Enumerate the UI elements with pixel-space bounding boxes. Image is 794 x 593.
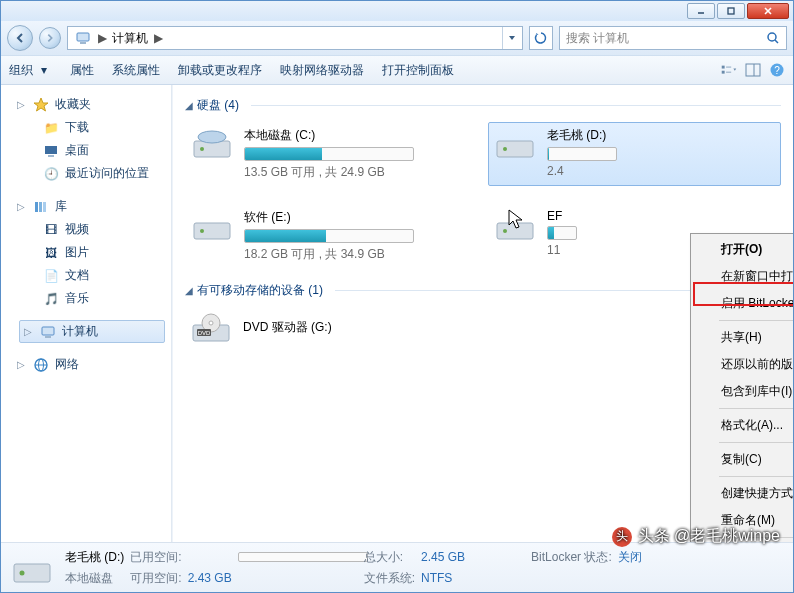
svg-rect-8 <box>722 66 725 69</box>
breadcrumb-sep: ▶ <box>96 31 108 45</box>
maximize-button[interactable] <box>717 3 745 19</box>
ctx-include-library[interactable]: 包含到库中(I)▶ <box>693 378 793 405</box>
watermark-icon: 头 <box>612 527 632 547</box>
toolbar-map-drive[interactable]: 映射网络驱动器 <box>280 62 364 79</box>
svg-rect-4 <box>77 33 89 41</box>
drive-icon <box>190 209 234 245</box>
status-used-label: 已用空间: <box>130 549 181 566</box>
breadcrumb-sep2[interactable]: ▶ <box>152 31 164 45</box>
svg-point-32 <box>200 229 204 233</box>
svg-rect-40 <box>14 564 50 582</box>
ctx-share[interactable]: 共享(H)▶ <box>693 324 793 351</box>
status-subtitle: 本地磁盘 <box>65 570 124 587</box>
breadcrumb-computer[interactable]: 计算机 <box>108 30 152 47</box>
svg-point-27 <box>200 147 204 151</box>
drive-sub: 13.5 GB 可用 , 共 24.9 GB <box>244 164 473 181</box>
star-icon <box>33 97 49 113</box>
ctx-format[interactable]: 格式化(A)... <box>693 412 793 439</box>
sidebar-desktop[interactable]: 桌面 <box>13 139 171 162</box>
library-icon <box>33 199 49 215</box>
computer-icon <box>40 324 56 340</box>
address-bar[interactable]: ▶ 计算机 ▶ <box>67 26 523 50</box>
status-avail-label: 可用空间: <box>130 570 181 587</box>
cursor-icon <box>508 209 526 231</box>
nav-forward-button[interactable] <box>39 27 61 49</box>
sidebar-music[interactable]: 🎵音乐 <box>13 287 171 310</box>
chevron-icon: ▷ <box>17 99 27 110</box>
sidebar-network[interactable]: ▷ 网络 <box>13 353 171 376</box>
ctx-create-shortcut[interactable]: 创建快捷方式(S) <box>693 480 793 507</box>
sidebar-videos[interactable]: 🎞视频 <box>13 218 171 241</box>
ctx-copy[interactable]: 复制(C) <box>693 446 793 473</box>
ctx-separator <box>719 408 793 409</box>
svg-rect-5 <box>80 42 86 44</box>
ctx-open[interactable]: 打开(O) <box>693 236 793 263</box>
sidebar-libraries[interactable]: ▷ 库 <box>13 195 171 218</box>
explorer-window: ▶ 计算机 ▶ 搜索 计算机 组织▾ 属性 系统属性 卸载或更改程序 映射网络驱… <box>0 0 794 593</box>
svg-point-34 <box>503 229 507 233</box>
drive-c[interactable]: 本地磁盘 (C:) 13.5 GB 可用 , 共 24.9 GB <box>185 122 478 186</box>
ctx-enable-bitlocker[interactable]: 启用 BitLocker(B)... <box>693 290 793 317</box>
drive-d[interactable]: 老毛桃 (D:) 2.4 <box>488 122 781 186</box>
close-button[interactable] <box>747 3 789 19</box>
sidebar-favorites[interactable]: ▷ 收藏夹 <box>13 93 171 116</box>
svg-text:?: ? <box>774 65 780 76</box>
svg-rect-22 <box>45 336 51 338</box>
chevron-icon: ▷ <box>24 326 34 337</box>
status-bitlocker-value: 关闭 <box>618 549 642 566</box>
sidebar-computer[interactable]: ▷ 计算机 <box>19 320 165 343</box>
sidebar-downloads[interactable]: 📁下载 <box>13 116 171 139</box>
toolbar-properties[interactable]: 属性 <box>70 62 94 79</box>
usage-bar <box>244 229 414 243</box>
refresh-button[interactable] <box>529 26 553 50</box>
ctx-open-new-window[interactable]: 在新窗口中打开(E) <box>693 263 793 290</box>
folder-icon: 📁 <box>43 120 59 136</box>
content-area: ◢ 硬盘 (4) 本地磁盘 (C:) 13.5 GB 可用 , 共 24.9 G… <box>172 85 793 542</box>
preview-pane-icon[interactable] <box>745 62 761 78</box>
svg-rect-31 <box>194 223 230 239</box>
svg-rect-18 <box>35 202 38 212</box>
svg-point-6 <box>768 33 776 41</box>
help-icon[interactable]: ? <box>769 62 785 78</box>
ctx-restore-versions[interactable]: 还原以前的版本(V) <box>693 351 793 378</box>
body: ▷ 收藏夹 📁下载 桌面 🕘最近访问的位置 ▷ 库 🎞视频 🖼图片 📄文档 🎵音… <box>1 85 793 542</box>
drive-icon <box>493 127 537 163</box>
drive-e[interactable]: 软件 (E:) 18.2 GB 可用 , 共 34.9 GB <box>185 204 478 268</box>
sidebar-recent[interactable]: 🕘最近访问的位置 <box>13 162 171 185</box>
sidebar-pictures[interactable]: 🖼图片 <box>13 241 171 264</box>
ctx-separator <box>719 476 793 477</box>
status-title: 老毛桃 (D:) <box>65 549 124 566</box>
svg-point-30 <box>503 147 507 151</box>
dvd-icon: DVD <box>189 311 233 347</box>
watermark: 头 头条 @老毛桃winpe <box>612 526 781 547</box>
svg-rect-29 <box>497 141 533 157</box>
toolbar-control-panel[interactable]: 打开控制面板 <box>382 62 454 79</box>
group-hdd[interactable]: ◢ 硬盘 (4) <box>185 97 781 114</box>
svg-line-7 <box>775 40 778 43</box>
recent-icon: 🕘 <box>43 166 59 182</box>
minimize-button[interactable] <box>687 3 715 19</box>
nav-row: ▶ 计算机 ▶ 搜索 计算机 <box>1 21 793 55</box>
usage-bar <box>547 226 577 240</box>
nav-back-button[interactable] <box>7 25 33 51</box>
toolbar-organize[interactable]: 组织▾ <box>9 62 52 79</box>
svg-rect-20 <box>43 202 46 212</box>
svg-text:DVD: DVD <box>198 330 211 336</box>
address-dropdown[interactable] <box>502 27 520 49</box>
toolbar-sys-properties[interactable]: 系统属性 <box>112 62 160 79</box>
chevron-down-icon: ▾ <box>36 62 52 78</box>
picture-icon: 🖼 <box>43 245 59 261</box>
status-total-label: 总大小: <box>364 549 415 566</box>
sidebar-documents[interactable]: 📄文档 <box>13 264 171 287</box>
usage-bar <box>244 147 414 161</box>
titlebar <box>1 1 793 21</box>
chevron-icon: ▷ <box>17 201 27 212</box>
collapse-icon: ◢ <box>185 100 193 111</box>
status-fs-value: NTFS <box>421 571 465 585</box>
view-options-icon[interactable] <box>721 62 737 78</box>
status-avail-value: 2.43 GB <box>188 571 232 585</box>
usage-bar <box>547 147 617 161</box>
computer-icon <box>74 29 92 47</box>
search-input[interactable]: 搜索 计算机 <box>559 26 787 50</box>
toolbar-uninstall[interactable]: 卸载或更改程序 <box>178 62 262 79</box>
